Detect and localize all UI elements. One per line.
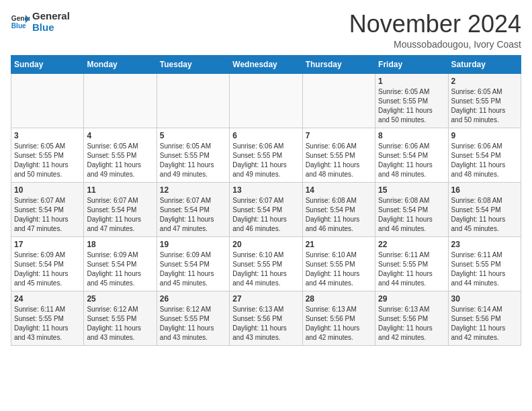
logo-icon: General Blue xyxy=(11,13,30,32)
day-number: 25 xyxy=(87,294,153,304)
day-number: 21 xyxy=(306,240,372,249)
day-number: 20 xyxy=(232,240,299,249)
calendar-cell: 20Sunrise: 6:10 AMSunset: 5:55 PMDayligh… xyxy=(230,236,302,291)
day-info: Sunrise: 6:11 AMSunset: 5:55 PMDaylight:… xyxy=(378,250,445,288)
calendar-cell: 30Sunrise: 6:14 AMSunset: 5:56 PMDayligh… xyxy=(448,291,521,345)
calendar-cell: 19Sunrise: 6:09 AMSunset: 5:54 PMDayligh… xyxy=(157,236,229,291)
day-number: 23 xyxy=(451,240,518,249)
calendar-cell xyxy=(11,73,84,128)
calendar-cell xyxy=(302,73,375,128)
logo: General Blue General Blue xyxy=(11,11,70,33)
location: Moussobadougou, Ivory Coast xyxy=(349,39,521,50)
calendar-week-2: 3Sunrise: 6:05 AMSunset: 5:55 PMDaylight… xyxy=(11,128,521,182)
calendar-cell xyxy=(157,73,229,128)
weekday-header-row: SundayMondayTuesdayWednesdayThursdayFrid… xyxy=(11,55,521,73)
month-title: November 2024 xyxy=(349,11,521,38)
calendar-cell: 12Sunrise: 6:07 AMSunset: 5:54 PMDayligh… xyxy=(157,182,229,236)
title-block: November 2024 Moussobadougou, Ivory Coas… xyxy=(349,11,521,50)
day-info: Sunrise: 6:14 AMSunset: 5:56 PMDaylight:… xyxy=(451,305,518,342)
day-info: Sunrise: 6:09 AMSunset: 5:54 PMDaylight:… xyxy=(87,250,153,288)
calendar-cell: 2Sunrise: 6:05 AMSunset: 5:55 PMDaylight… xyxy=(448,73,521,128)
day-info: Sunrise: 6:06 AMSunset: 5:55 PMDaylight:… xyxy=(232,142,299,179)
calendar-cell: 24Sunrise: 6:11 AMSunset: 5:55 PMDayligh… xyxy=(11,291,84,345)
day-info: Sunrise: 6:05 AMSunset: 5:55 PMDaylight:… xyxy=(378,87,445,125)
day-info: Sunrise: 6:07 AMSunset: 5:54 PMDaylight:… xyxy=(14,196,81,234)
calendar-week-3: 10Sunrise: 6:07 AMSunset: 5:54 PMDayligh… xyxy=(11,182,521,236)
weekday-header-monday: Monday xyxy=(84,55,157,73)
day-number: 1 xyxy=(378,77,445,86)
day-info: Sunrise: 6:13 AMSunset: 5:56 PMDaylight:… xyxy=(378,305,445,342)
day-info: Sunrise: 6:06 AMSunset: 5:55 PMDaylight:… xyxy=(306,142,372,179)
day-number: 18 xyxy=(87,240,153,249)
weekday-header-saturday: Saturday xyxy=(448,55,521,73)
day-info: Sunrise: 6:05 AMSunset: 5:55 PMDaylight:… xyxy=(14,142,81,179)
weekday-header-sunday: Sunday xyxy=(11,55,84,73)
calendar-cell: 26Sunrise: 6:12 AMSunset: 5:55 PMDayligh… xyxy=(157,291,229,345)
calendar-cell: 4Sunrise: 6:05 AMSunset: 5:55 PMDaylight… xyxy=(84,128,157,182)
day-info: Sunrise: 6:13 AMSunset: 5:56 PMDaylight:… xyxy=(306,305,372,342)
day-info: Sunrise: 6:10 AMSunset: 5:55 PMDaylight:… xyxy=(232,250,299,288)
svg-text:Blue: Blue xyxy=(11,22,26,30)
calendar-cell: 8Sunrise: 6:06 AMSunset: 5:54 PMDaylight… xyxy=(375,128,448,182)
weekday-header-wednesday: Wednesday xyxy=(230,55,302,73)
day-number: 22 xyxy=(378,240,445,249)
day-number: 12 xyxy=(160,185,226,195)
day-number: 13 xyxy=(232,185,299,195)
day-info: Sunrise: 6:11 AMSunset: 5:55 PMDaylight:… xyxy=(451,250,518,288)
day-info: Sunrise: 6:08 AMSunset: 5:54 PMDaylight:… xyxy=(451,196,518,234)
day-number: 16 xyxy=(451,185,518,195)
calendar-body: 1Sunrise: 6:05 AMSunset: 5:55 PMDaylight… xyxy=(11,73,521,345)
calendar-cell: 29Sunrise: 6:13 AMSunset: 5:56 PMDayligh… xyxy=(375,291,448,345)
day-info: Sunrise: 6:05 AMSunset: 5:55 PMDaylight:… xyxy=(451,87,518,125)
calendar-cell: 27Sunrise: 6:13 AMSunset: 5:56 PMDayligh… xyxy=(230,291,302,345)
day-info: Sunrise: 6:11 AMSunset: 5:55 PMDaylight:… xyxy=(14,305,81,342)
day-number: 28 xyxy=(306,294,372,304)
calendar-cell: 9Sunrise: 6:06 AMSunset: 5:54 PMDaylight… xyxy=(448,128,521,182)
calendar-table: SundayMondayTuesdayWednesdayThursdayFrid… xyxy=(11,55,521,346)
calendar-cell xyxy=(230,73,302,128)
day-number: 3 xyxy=(14,131,81,140)
calendar-cell: 16Sunrise: 6:08 AMSunset: 5:54 PMDayligh… xyxy=(448,182,521,236)
day-number: 2 xyxy=(451,77,518,86)
day-number: 4 xyxy=(87,131,153,140)
day-number: 17 xyxy=(14,240,81,249)
calendar-cell: 15Sunrise: 6:08 AMSunset: 5:54 PMDayligh… xyxy=(375,182,448,236)
day-info: Sunrise: 6:05 AMSunset: 5:55 PMDaylight:… xyxy=(87,142,153,179)
page-header: General Blue General Blue November 2024 … xyxy=(11,11,521,50)
calendar-cell: 11Sunrise: 6:07 AMSunset: 5:54 PMDayligh… xyxy=(84,182,157,236)
day-info: Sunrise: 6:08 AMSunset: 5:54 PMDaylight:… xyxy=(306,196,372,234)
calendar-cell: 25Sunrise: 6:12 AMSunset: 5:55 PMDayligh… xyxy=(84,291,157,345)
day-info: Sunrise: 6:05 AMSunset: 5:55 PMDaylight:… xyxy=(160,142,226,179)
calendar-cell: 3Sunrise: 6:05 AMSunset: 5:55 PMDaylight… xyxy=(11,128,84,182)
calendar-week-4: 17Sunrise: 6:09 AMSunset: 5:54 PMDayligh… xyxy=(11,236,521,291)
day-number: 6 xyxy=(232,131,299,140)
day-number: 29 xyxy=(378,294,445,304)
calendar-week-1: 1Sunrise: 6:05 AMSunset: 5:55 PMDaylight… xyxy=(11,73,521,128)
calendar-week-5: 24Sunrise: 6:11 AMSunset: 5:55 PMDayligh… xyxy=(11,291,521,345)
calendar-cell: 1Sunrise: 6:05 AMSunset: 5:55 PMDaylight… xyxy=(375,73,448,128)
calendar-cell: 28Sunrise: 6:13 AMSunset: 5:56 PMDayligh… xyxy=(302,291,375,345)
day-number: 11 xyxy=(87,185,153,195)
calendar-cell: 23Sunrise: 6:11 AMSunset: 5:55 PMDayligh… xyxy=(448,236,521,291)
day-number: 9 xyxy=(451,131,518,140)
day-info: Sunrise: 6:10 AMSunset: 5:55 PMDaylight:… xyxy=(306,250,372,288)
logo-general: General xyxy=(32,11,70,22)
day-info: Sunrise: 6:06 AMSunset: 5:54 PMDaylight:… xyxy=(451,142,518,179)
day-number: 14 xyxy=(306,185,372,195)
day-info: Sunrise: 6:06 AMSunset: 5:54 PMDaylight:… xyxy=(378,142,445,179)
calendar-cell: 14Sunrise: 6:08 AMSunset: 5:54 PMDayligh… xyxy=(302,182,375,236)
weekday-header-friday: Friday xyxy=(375,55,448,73)
day-info: Sunrise: 6:07 AMSunset: 5:54 PMDaylight:… xyxy=(232,196,299,234)
day-number: 7 xyxy=(306,131,372,140)
weekday-header-tuesday: Tuesday xyxy=(157,55,229,73)
calendar-cell xyxy=(84,73,157,128)
calendar-cell: 13Sunrise: 6:07 AMSunset: 5:54 PMDayligh… xyxy=(230,182,302,236)
day-number: 15 xyxy=(378,185,445,195)
day-info: Sunrise: 6:08 AMSunset: 5:54 PMDaylight:… xyxy=(378,196,445,234)
day-info: Sunrise: 6:09 AMSunset: 5:54 PMDaylight:… xyxy=(14,250,81,288)
weekday-header-thursday: Thursday xyxy=(302,55,375,73)
day-number: 26 xyxy=(160,294,226,304)
calendar-cell: 5Sunrise: 6:05 AMSunset: 5:55 PMDaylight… xyxy=(157,128,229,182)
day-info: Sunrise: 6:13 AMSunset: 5:56 PMDaylight:… xyxy=(232,305,299,342)
calendar-cell: 18Sunrise: 6:09 AMSunset: 5:54 PMDayligh… xyxy=(84,236,157,291)
